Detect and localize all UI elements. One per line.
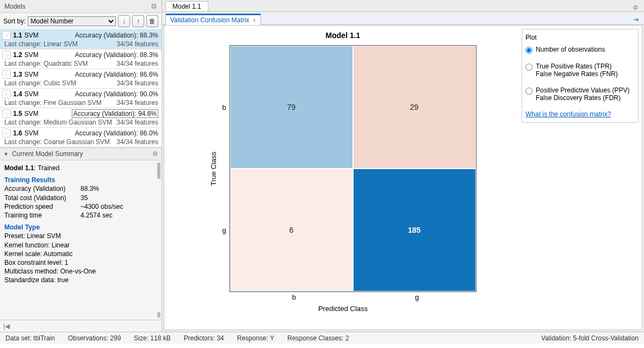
status-size: Size: 118 kB [134, 334, 170, 342]
model-list: ☆ 1.1 SVM Accuracy (Validation): 88.3% L… [0, 30, 162, 147]
model-item[interactable]: ☆ 1.6 SVM Accuracy (Validation): 86.0% L… [0, 128, 162, 147]
sort-ascending-button[interactable]: ↓ [118, 15, 130, 27]
plot-panel-title: Plot [525, 34, 635, 41]
star-icon[interactable]: ☆ [2, 51, 11, 59]
status-bar: Data set: tblTrain Observations: 299 Siz… [0, 332, 644, 344]
x-axis-label: Predicted Class [318, 304, 368, 313]
status-predictors: Predictors: 34 [184, 334, 224, 342]
help-link[interactable]: What is the confusion matrix? [525, 110, 611, 118]
status-validation: Validation: 5-fold Cross-Validation [541, 334, 639, 342]
sort-select[interactable]: Model Number [28, 16, 116, 26]
tab-confusion-matrix[interactable]: Validation Confusion Matrix × [165, 14, 261, 26]
gear-icon[interactable]: ⚙ [151, 2, 157, 10]
matrix-cell: 29 [353, 46, 476, 169]
summary-body: Model 1.1: Trained Training Results Accu… [0, 160, 162, 320]
summary-title: Current Model Summary [12, 150, 83, 158]
plot-options-panel: Plot Number of observations True Positiv… [522, 29, 639, 123]
star-icon[interactable]: ☆ [2, 70, 11, 79]
model-item[interactable]: ☆ 1.1 SVM Accuracy (Validation): 88.3% L… [0, 30, 162, 49]
right-panel: Model 1.1 ⚙ Validation Confusion Matrix … [162, 0, 644, 332]
y-axis-label: True Class [209, 152, 218, 185]
star-icon[interactable]: ☆ [2, 90, 11, 98]
sub-tab-bar: Validation Confusion Matrix × ⇥ [162, 12, 644, 25]
star-icon[interactable]: ☆ [2, 31, 11, 40]
training-results-title: Training Results [4, 176, 157, 184]
model-id: 1.1 [13, 32, 22, 39]
bottom-nav: |◀ [0, 320, 162, 332]
model-last-change: Last change: Linear SVM [4, 40, 78, 48]
sort-row: Sort by: Model Number ↓ ↑ 🗑 [0, 13, 162, 30]
model-item[interactable]: ☆ 1.5 SVM Accuracy (Validation): 94.6% L… [0, 108, 162, 128]
confusion-matrix-chart: Model 1.1 True Class b g 79 29 6 185 [164, 26, 522, 330]
prev-icon[interactable]: |◀ [3, 322, 10, 330]
model-item[interactable]: ☆ 1.2 SVM Accuracy (Validation): 88.3% L… [0, 49, 162, 69]
models-panel-header: Models ⚙ [0, 0, 162, 13]
status-observations: Observations: 299 [68, 334, 121, 342]
tab-model[interactable]: Model 1.1 [165, 1, 208, 11]
sort-descending-button[interactable]: ↑ [132, 15, 144, 27]
chevron-down-icon: ▼ [3, 151, 9, 157]
chart-title: Model 1.1 [164, 31, 522, 40]
matrix-cell: 79 [230, 46, 353, 169]
status-response: Response: Y [237, 334, 275, 342]
star-icon[interactable]: ☆ [2, 109, 11, 118]
expand-icon[interactable]: ⇥ [631, 16, 641, 23]
close-icon[interactable]: × [252, 17, 256, 23]
gear-icon[interactable]: ⚙ [152, 150, 158, 158]
model-features: 34/34 features [116, 40, 158, 48]
scrollbar[interactable] [157, 312, 160, 318]
summary-header[interactable]: ▼ Current Model Summary ⚙ [0, 147, 162, 160]
models-panel: Models ⚙ Sort by: Model Number ↓ ↑ 🗑 ☆ 1… [0, 0, 162, 332]
star-icon[interactable]: ☆ [2, 129, 11, 138]
model-type: SVM [24, 32, 39, 39]
matrix-cell: 6 [230, 169, 353, 291]
radio-observations[interactable]: Number of observations [525, 46, 635, 54]
sort-label: Sort by: [3, 17, 26, 25]
y-ticks: b g [222, 46, 226, 291]
radio-tpr-fnr[interactable]: True Positive Rates (TPR) False Negative… [525, 63, 635, 78]
radio-ppv-fdr[interactable]: Positive Predictive Values (PPV) False D… [525, 86, 635, 102]
scrollbar[interactable] [157, 163, 160, 179]
confusion-matrix: 79 29 6 185 [230, 45, 476, 292]
status-classes: Response Classes: 2 [287, 334, 349, 342]
model-type-title: Model Type [4, 223, 157, 232]
x-ticks: b g [233, 292, 479, 301]
model-item[interactable]: ☆ 1.3 SVM Accuracy (Validation): 86.6% L… [0, 69, 162, 89]
matrix-cell: 185 [353, 169, 476, 291]
model-item[interactable]: ☆ 1.4 SVM Accuracy (Validation): 90.0% L… [0, 89, 162, 108]
delete-button[interactable]: 🗑 [146, 15, 158, 27]
gear-icon[interactable]: ⚙ [630, 4, 641, 11]
models-panel-title: Models [4, 3, 26, 10]
status-dataset: Data set: tblTrain [5, 334, 55, 342]
main-tab-bar: Model 1.1 ⚙ [162, 0, 644, 12]
